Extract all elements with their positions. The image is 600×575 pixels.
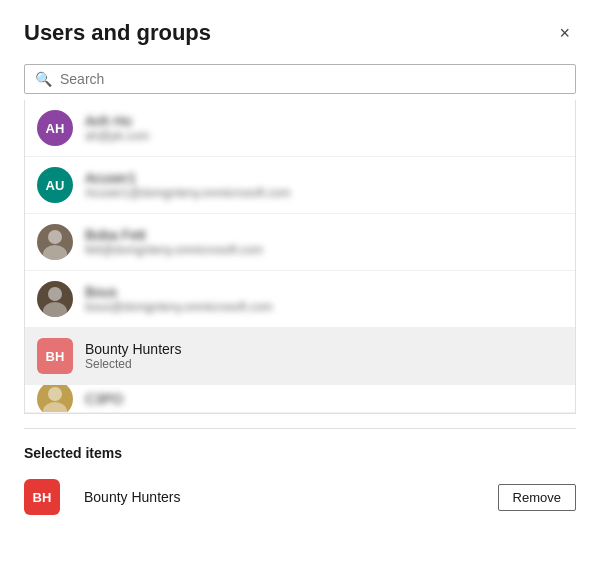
selected-section-label: Selected items: [24, 445, 576, 461]
dialog: Users and groups × 🔍 AH Anh Hoah@pk.comA…: [0, 0, 600, 575]
selected-item: BH Bounty Hunters Remove: [24, 471, 576, 523]
svg-point-0: [48, 230, 62, 244]
search-icon: 🔍: [35, 71, 52, 87]
item-info: C3PO: [85, 391, 123, 407]
list-item[interactable]: AU Acuser1Acuser1@dxmgnteny.onmicrosoft.…: [25, 157, 575, 214]
user-list: AH Anh Hoah@pk.comAU Acuser1Acuser1@dxmg…: [24, 100, 576, 414]
item-email: bous@dxmgnteny.onmicrosoft.com: [85, 300, 272, 314]
avatar: AU: [37, 167, 73, 203]
item-info: Anh Hoah@pk.com: [85, 113, 149, 143]
item-name: Bous: [85, 284, 272, 300]
list-item[interactable]: AH Anh Hoah@pk.com: [25, 100, 575, 157]
item-info: Bounty HuntersSelected: [85, 341, 182, 371]
item-info: Boba Fettfett@dxmgnteny.onmicrosoft.com: [85, 227, 263, 257]
item-email: fett@dxmgnteny.onmicrosoft.com: [85, 243, 263, 257]
svg-point-4: [48, 387, 62, 401]
item-status: Selected: [85, 357, 182, 371]
item-info: Acuser1Acuser1@dxmgnteny.onmicrosoft.com: [85, 170, 290, 200]
avatar: [37, 385, 73, 413]
remove-button[interactable]: Remove: [498, 484, 576, 511]
list-item[interactable]: Bousbous@dxmgnteny.onmicrosoft.com: [25, 271, 575, 328]
item-email: ah@pk.com: [85, 129, 149, 143]
svg-point-2: [48, 287, 62, 301]
item-name: Anh Ho: [85, 113, 149, 129]
section-divider: [24, 428, 576, 429]
svg-point-3: [43, 302, 67, 317]
selected-avatar: BH: [24, 479, 60, 515]
search-box: 🔍: [24, 64, 576, 94]
item-info: Bousbous@dxmgnteny.onmicrosoft.com: [85, 284, 272, 314]
selected-section: Selected items BH Bounty Hunters Remove: [24, 445, 576, 523]
avatar: BH: [37, 338, 73, 374]
avatar: [37, 281, 73, 317]
dialog-header: Users and groups ×: [24, 20, 576, 46]
svg-point-5: [43, 402, 67, 414]
avatar: AH: [37, 110, 73, 146]
list-item[interactable]: Boba Fettfett@dxmgnteny.onmicrosoft.com: [25, 214, 575, 271]
item-name: Acuser1: [85, 170, 290, 186]
item-name: C3PO: [85, 391, 123, 407]
item-name: Boba Fett: [85, 227, 263, 243]
svg-point-1: [43, 245, 67, 260]
avatar: [37, 224, 73, 260]
list-item[interactable]: C3PO: [25, 385, 575, 413]
close-button[interactable]: ×: [553, 20, 576, 46]
search-input[interactable]: [60, 71, 565, 87]
list-item[interactable]: BH Bounty HuntersSelected: [25, 328, 575, 385]
item-email: Acuser1@dxmgnteny.onmicrosoft.com: [85, 186, 290, 200]
item-name: Bounty Hunters: [85, 341, 182, 357]
dialog-title: Users and groups: [24, 20, 211, 46]
selected-item-name: Bounty Hunters: [84, 489, 181, 505]
